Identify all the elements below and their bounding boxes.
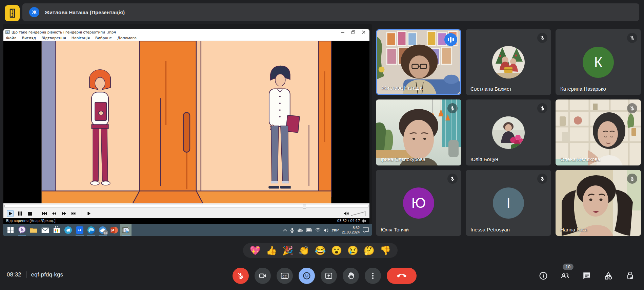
teamviewer-app[interactable] [74, 224, 85, 236]
seek-bar[interactable] [3, 203, 369, 209]
reaction-thumbs-down[interactable]: 👎 [380, 246, 391, 255]
participant-tile[interactable]: Житлова Наташа [376, 29, 461, 95]
tray-speaker-icon[interactable] [324, 228, 329, 232]
reaction-surprised[interactable]: 😮 [331, 246, 342, 255]
meeting-details-button[interactable] [538, 268, 549, 284]
file-explorer-app[interactable] [28, 224, 39, 236]
notification-badge: 83 [103, 230, 108, 235]
more-options-button[interactable] [365, 268, 381, 284]
stop-button[interactable] [26, 210, 33, 217]
chat-button[interactable] [581, 268, 592, 284]
participant-tile[interactable]: Светлана Бахмет [466, 29, 551, 95]
start-button[interactable] [5, 224, 16, 236]
app-icon[interactable] [5, 5, 20, 21]
reaction-thumbs-up[interactable]: 👍 [266, 246, 277, 255]
play-button[interactable] [7, 210, 14, 217]
present-button[interactable] [321, 268, 337, 284]
skip-start-button[interactable] [41, 210, 48, 217]
participant-name: Юлія Боцун [470, 156, 498, 162]
more-vertical-icon [369, 272, 377, 280]
badged-app[interactable]: 83 [97, 224, 108, 236]
gender-equality-illustration [41, 41, 332, 203]
viber-app[interactable] [16, 224, 28, 236]
menu-view[interactable]: Вигляд [22, 36, 36, 40]
reactions-button[interactable] [299, 268, 315, 284]
people-button[interactable]: 10 [559, 268, 571, 284]
skip-end-icon [72, 212, 76, 215]
player-titlebar[interactable]: Що таке гендерна рівність і гендерні сте… [3, 29, 369, 35]
restore-button[interactable] [351, 30, 356, 34]
mail-app[interactable] [39, 224, 51, 236]
reaction-laugh[interactable]: 😂 [315, 246, 326, 255]
menu-help[interactable]: Допомога [117, 36, 137, 40]
skip-end-button[interactable] [71, 210, 77, 217]
windows-logo-icon [7, 227, 14, 233]
presentation-tile[interactable]: Що таке гендерна рівність і гендерні сте… [3, 24, 372, 236]
battery-icon[interactable] [306, 228, 312, 232]
clock: 08:32 [7, 271, 21, 278]
reaction-heart[interactable]: 💖 [250, 246, 261, 255]
hidden-icons-chevron[interactable] [283, 229, 287, 231]
close-icon [362, 30, 365, 34]
taskbar-clock[interactable]: 8:32 21.03.2024 [342, 226, 360, 235]
host-lock-icon [626, 271, 634, 280]
participant-tile[interactable]: Олена Мєлєхова [556, 99, 641, 165]
menu-navigation[interactable]: Навігація [72, 36, 90, 40]
player-controls [3, 209, 369, 218]
menu-file[interactable]: Файл [6, 36, 16, 40]
running-indicator [87, 236, 95, 236]
close-button[interactable] [361, 30, 366, 34]
pause-button[interactable] [17, 210, 23, 217]
wifi-icon[interactable] [315, 228, 321, 232]
meeting-info: 08:32 eqf-pfdq-kgs [7, 271, 63, 278]
reaction-party[interactable]: 🎉 [282, 246, 293, 255]
participant-name: Катерина Назарько [560, 86, 606, 92]
mic-muted-icon [537, 33, 547, 43]
language-indicator[interactable]: УКР [332, 228, 339, 232]
audio-level-indicator [444, 33, 457, 46]
participant-tile[interactable]: Ірина Слєпокурова [376, 99, 461, 165]
reaction-cry[interactable]: 😢 [347, 246, 358, 255]
reaction-clap[interactable]: 👏 [299, 246, 309, 255]
participant-tile[interactable]: К Катерина Назарько [556, 29, 641, 95]
end-call-button[interactable] [387, 268, 417, 284]
minimize-icon [341, 30, 344, 34]
tray-mic-icon[interactable] [290, 228, 294, 233]
mic-button[interactable] [233, 268, 249, 284]
rewind-button[interactable] [51, 210, 58, 217]
seek-track[interactable] [4, 205, 368, 207]
system-tray: УКР 8:32 21.03.2024 [283, 226, 372, 235]
fast-forward-button[interactable] [61, 210, 67, 217]
minimize-button[interactable] [340, 30, 345, 34]
video-frame[interactable] [3, 41, 369, 203]
participant-tile[interactable]: Юлія Боцун [466, 99, 551, 165]
speaker-icon[interactable] [344, 211, 349, 216]
restore-icon [351, 30, 355, 34]
host-controls-button[interactable] [624, 268, 636, 284]
participant-count-badge: 10 [563, 264, 573, 270]
microsoft-store-app[interactable] [51, 224, 62, 236]
skip-start-icon [42, 212, 47, 215]
reaction-thinking[interactable]: 🤔 [364, 246, 375, 255]
frame-step-button[interactable] [85, 210, 92, 217]
volume-slider[interactable] [351, 211, 366, 216]
camera-button[interactable] [255, 268, 271, 284]
svg-text:CC: CC [283, 275, 287, 278]
telegram-app[interactable] [62, 224, 74, 236]
captions-button[interactable]: CC [277, 268, 293, 284]
participant-tile[interactable]: Hanna Loza [556, 170, 641, 236]
menu-favorites[interactable]: Вибране [95, 36, 112, 40]
action-center-icon[interactable] [363, 227, 369, 233]
powerpoint-app[interactable]: P [108, 224, 120, 236]
activities-button[interactable] [603, 268, 614, 284]
seek-thumb[interactable] [303, 204, 306, 208]
edge-browser-app[interactable] [85, 224, 97, 236]
menu-playback[interactable]: Відтворення [41, 36, 66, 40]
media-player-app[interactable]: 1 [120, 224, 132, 236]
audio-meter-icon [362, 219, 367, 223]
raise-hand-button[interactable] [343, 268, 359, 284]
participant-tile[interactable]: Ю Юлія Топчій [376, 170, 461, 236]
onedrive-icon[interactable] [297, 228, 303, 232]
player-menubar: Файл Вигляд Відтворення Навігація Вибран… [3, 35, 369, 41]
participant-tile[interactable]: I Inessa Petrosyan [466, 170, 551, 236]
